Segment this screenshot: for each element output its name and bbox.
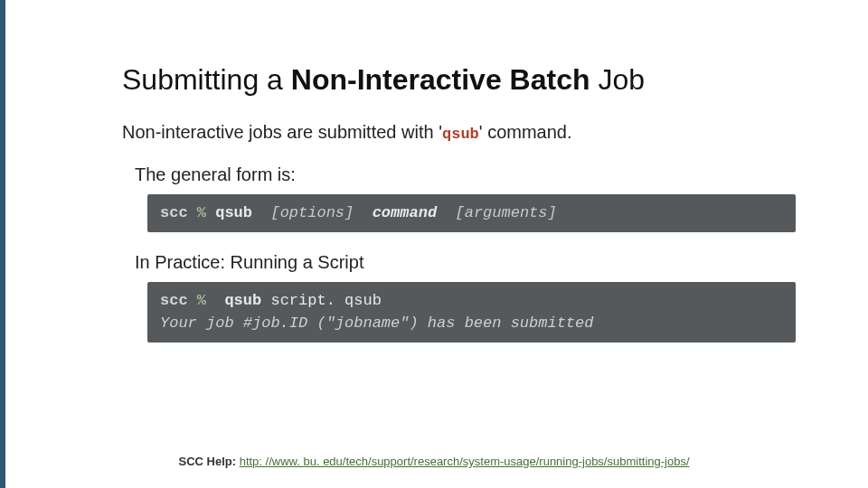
title-part2: Job (590, 63, 645, 96)
practice-label: In Practice: Running a Script (135, 252, 796, 273)
code1-cmd: qsub (215, 204, 252, 221)
footer-link[interactable]: http: //www. bu. edu/tech/support/resear… (240, 455, 690, 468)
code1-prompt: scc (160, 204, 188, 221)
code1-opts: [options] (270, 204, 354, 221)
footer: SCC Help: http: //www. bu. edu/tech/supp… (0, 455, 868, 468)
code2-cmd: qsub (224, 292, 261, 309)
intro-cmd: qsub (442, 126, 479, 143)
code2-script: script. qsub (270, 292, 381, 309)
code2-pct: % (197, 292, 206, 309)
code1-pct: % (197, 204, 206, 221)
title-part1: Submitting a (122, 63, 291, 96)
title-bold: Non-Interactive Batch (291, 63, 590, 96)
intro-after: ' command. (479, 122, 572, 142)
intro-before: Non-interactive jobs are submitted with … (122, 122, 442, 142)
code-general-form: scc % qsub [options] command [arguments] (147, 194, 796, 232)
code1-command: command (373, 204, 437, 221)
slide-content: Submitting a Non-Interactive Batch Job N… (0, 0, 868, 488)
slide-title: Submitting a Non-Interactive Batch Job (122, 63, 796, 97)
general-form-label: The general form is: (135, 164, 796, 185)
footer-label: SCC Help: (178, 455, 236, 468)
code2-prompt: scc (160, 292, 188, 309)
code2-output: Your job #job.ID ("jobname") has been su… (160, 314, 593, 332)
code1-args: [arguments] (456, 204, 557, 221)
intro-line: Non-interactive jobs are submitted with … (122, 122, 796, 143)
code-practice: scc % qsub script. qsub Your job #job.ID… (147, 282, 796, 343)
